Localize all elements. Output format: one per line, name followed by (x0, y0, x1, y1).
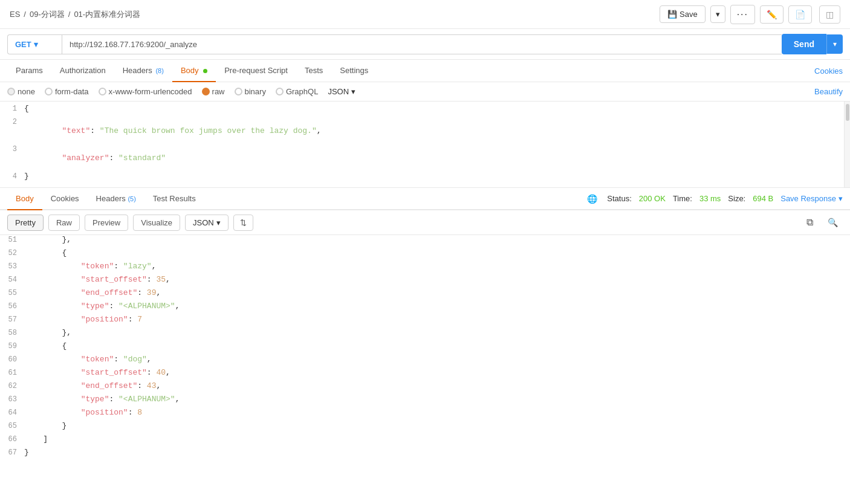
breadcrumb-analyzer[interactable]: 09-分词器 (30, 9, 65, 20)
tab-params[interactable]: Params (7, 60, 51, 82)
body-options: none form-data x-www-form-urlencoded raw… (0, 82, 850, 102)
response-body[interactable]: 51 }, 52 { 53 "token": "lazy", 54 "start… (0, 235, 850, 504)
urlencoded-label: x-www-form-urlencoded (109, 87, 192, 96)
time-value: 33 ms (699, 194, 721, 203)
resp-line-55: 55 "end_offset": 39, (0, 288, 850, 302)
radio-binary (235, 88, 242, 95)
resp-tab-test-results[interactable]: Test Results (144, 188, 204, 210)
resp-line-60: 60 "token": "dog", (0, 355, 850, 368)
option-urlencoded[interactable]: x-www-form-urlencoded (99, 87, 192, 96)
response-meta: 🌐 Status: 200 OK Time: 33 ms Size: 694 B… (587, 194, 843, 204)
copy-button[interactable]: ⧉ (802, 214, 818, 231)
filter-button[interactable]: ⇅ (233, 215, 253, 231)
option-form-data[interactable]: form-data (45, 87, 89, 96)
method-select[interactable]: GET ▾ (7, 34, 62, 54)
save-response-button[interactable]: Save Response ▾ (780, 194, 843, 203)
tab-authorization[interactable]: Authorization (51, 60, 114, 82)
send-main-button[interactable]: Send (782, 34, 826, 54)
side-panel-button[interactable]: ◫ (819, 5, 840, 24)
save-response-label: Save Response (780, 194, 836, 203)
time-label: Time: (673, 194, 692, 203)
tab-tests[interactable]: Tests (296, 60, 331, 82)
resp-line-56: 56 "type": "<ALPHANUM>", (0, 302, 850, 315)
option-graphql[interactable]: GraphQL (276, 87, 318, 96)
radio-none (7, 88, 15, 95)
format-pretty[interactable]: Pretty (7, 215, 44, 231)
response-format-select[interactable]: JSON ▾ (185, 215, 229, 231)
breadcrumb-current[interactable]: 01-内置标准分词器 (74, 9, 140, 20)
option-binary[interactable]: binary (235, 87, 266, 96)
method-chevron-icon: ▾ (34, 40, 38, 49)
resp-line-52: 52 { (0, 248, 850, 262)
editor-scrollbar-thumb (846, 104, 849, 121)
code-line-2: 2 "text": "The quick brown fox jumps ove… (0, 117, 850, 144)
radio-raw (202, 88, 210, 95)
resp-tab-cookies[interactable]: Cookies (42, 188, 88, 210)
resp-line-58: 58 }, (0, 328, 850, 341)
resp-tab-headers[interactable]: Headers (5) (88, 188, 144, 210)
request-tabs: Params Authorization Headers (8) Body Pr… (0, 60, 850, 82)
more-options-button[interactable]: ··· (730, 5, 755, 24)
breadcrumb-es[interactable]: ES (10, 10, 20, 19)
option-raw[interactable]: raw (202, 87, 225, 96)
format-preview[interactable]: Preview (85, 215, 128, 231)
radio-form-data (45, 88, 53, 95)
url-input[interactable] (62, 34, 782, 54)
response-format-chevron: ▾ (216, 218, 221, 227)
option-none[interactable]: none (7, 87, 35, 96)
resp-line-64: 64 "position": 8 (0, 408, 850, 421)
tab-headers[interactable]: Headers (8) (114, 60, 172, 82)
graphql-label: GraphQL (286, 87, 318, 96)
resp-line-59: 59 { (0, 341, 850, 355)
code-line-4: 4 } (0, 172, 850, 185)
method-label: GET (15, 40, 31, 49)
resp-line-62: 62 "end_offset": 43, (0, 381, 850, 395)
tabs-right: Cookies (814, 66, 843, 76)
radio-graphql (276, 88, 284, 95)
size-label: Size: (728, 194, 745, 203)
tab-pre-request[interactable]: Pre-request Script (216, 60, 296, 82)
resp-line-66: 66 ] (0, 435, 850, 448)
format-visualize[interactable]: Visualize (133, 215, 180, 231)
response-format-label: JSON (193, 218, 214, 227)
editor-scrollbar[interactable] (844, 102, 850, 187)
tab-settings[interactable]: Settings (331, 60, 377, 82)
request-body-editor[interactable]: 1 { 2 "text": "The quick brown fox jumps… (0, 102, 850, 188)
body-active-dot (203, 69, 207, 73)
search-button[interactable]: 🔍 (823, 214, 843, 231)
cookies-link[interactable]: Cookies (814, 66, 843, 76)
resp-line-51: 51 }, (0, 235, 850, 248)
tab-body[interactable]: Body (172, 60, 216, 82)
breadcrumb: ES / 09-分词器 / 01-内置标准分词器 (10, 9, 660, 20)
breadcrumb-sep2: / (68, 10, 71, 19)
filter-icon: ⇅ (240, 218, 247, 227)
resp-line-61: 61 "start_offset": 40, (0, 368, 850, 381)
code-line-1: 1 { (0, 104, 850, 117)
resp-line-65: 65 } (0, 421, 850, 435)
radio-urlencoded (99, 88, 106, 95)
format-select[interactable]: JSON ▾ (328, 87, 355, 96)
code-line-3: 3 "analyzer": "standard" (0, 144, 850, 172)
save-icon: 💾 (667, 10, 677, 19)
binary-label: binary (245, 87, 266, 96)
format-actions: ⧉ 🔍 (802, 214, 843, 231)
save-response-chevron: ▾ (839, 194, 843, 203)
top-actions: 💾 Save ▾ ··· ✏️ 📄 ◫ (660, 5, 840, 24)
format-label: JSON (328, 87, 349, 96)
format-raw[interactable]: Raw (48, 215, 80, 231)
breadcrumb-sep1: / (24, 10, 26, 19)
top-bar: ES / 09-分词器 / 01-内置标准分词器 💾 Save ▾ ··· ✏️… (0, 0, 850, 29)
comment-button[interactable]: 📄 (788, 5, 812, 24)
send-dropdown-button[interactable]: ▾ (826, 34, 843, 54)
form-data-label: form-data (55, 87, 89, 96)
url-bar: GET ▾ Send ▾ (0, 29, 850, 60)
resp-headers-badge: (5) (128, 195, 135, 202)
resp-line-53: 53 "token": "lazy", (0, 262, 850, 275)
globe-icon: 🌐 (587, 194, 597, 204)
save-dropdown-button[interactable]: ▾ (710, 5, 725, 23)
edit-button[interactable]: ✏️ (760, 5, 783, 24)
save-button[interactable]: 💾 Save (660, 5, 706, 23)
resp-tab-body[interactable]: Body (7, 188, 42, 210)
resp-line-54: 54 "start_offset": 35, (0, 275, 850, 288)
beautify-button[interactable]: Beautify (814, 87, 843, 96)
